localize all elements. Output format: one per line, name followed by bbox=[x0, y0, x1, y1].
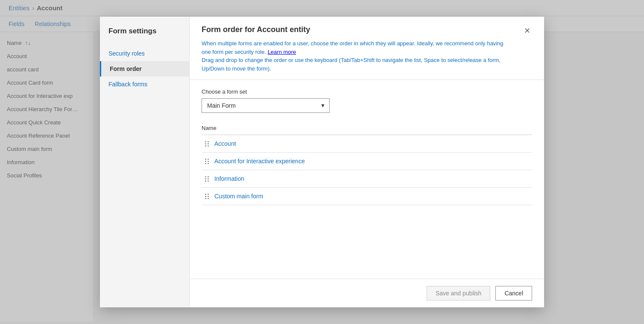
modal-description: When multiple forms are enabled for a us… bbox=[202, 39, 509, 73]
form-set-dropdown[interactable]: Main Form bbox=[202, 98, 330, 113]
form-item-information: Information bbox=[214, 175, 244, 182]
list-item[interactable]: Information bbox=[202, 170, 532, 188]
form-list-header: Name bbox=[202, 121, 532, 135]
learn-more-link[interactable]: Learn more bbox=[268, 49, 296, 55]
nav-security-roles[interactable]: Security roles bbox=[100, 46, 189, 61]
list-item[interactable]: Account for Interactive experience bbox=[202, 153, 532, 170]
desc-text-1: When multiple forms are enabled for a us… bbox=[202, 40, 503, 55]
desc-text-2: Drag and drop to change the order or use… bbox=[202, 57, 446, 63]
nav-form-order[interactable]: Form order bbox=[100, 61, 189, 77]
form-item-account: Account bbox=[214, 140, 236, 147]
choose-form-set-label: Choose a form set bbox=[202, 88, 532, 95]
modal-body: Choose a form set Main Form ▼ Name bbox=[190, 80, 544, 279]
nav-fallback-forms[interactable]: Fallback forms bbox=[100, 77, 189, 92]
modal-overlay: Form settings Security roles Form order … bbox=[0, 0, 644, 324]
modal-footer: Save and publish Cancel bbox=[190, 279, 544, 307]
form-set-dropdown-container: Main Form ▼ bbox=[202, 98, 330, 113]
list-item[interactable]: Account bbox=[202, 135, 532, 153]
list-item[interactable]: Custom main form bbox=[202, 188, 532, 205]
drag-handle-custom[interactable] bbox=[205, 194, 209, 199]
modal-title: Form order for Account entity bbox=[202, 25, 509, 34]
modal-header: Form order for Account entity When multi… bbox=[190, 17, 544, 80]
form-item-custom-main: Custom main form bbox=[214, 193, 263, 200]
drag-handle-account[interactable] bbox=[205, 141, 209, 147]
move-label: move the form). bbox=[232, 65, 271, 72]
save-and-publish-button[interactable]: Save and publish bbox=[427, 286, 490, 300]
modal-right-panel: Form order for Account entity When multi… bbox=[190, 17, 544, 307]
close-button[interactable]: ✕ bbox=[522, 25, 532, 36]
drag-handle-information[interactable] bbox=[205, 176, 209, 182]
form-settings-modal: Form settings Security roles Form order … bbox=[100, 17, 544, 307]
drag-handle-interactive[interactable] bbox=[205, 159, 209, 164]
modal-left-title: Form settings bbox=[100, 27, 189, 46]
form-item-interactive: Account for Interactive experience bbox=[214, 158, 305, 165]
modal-left-panel: Form settings Security roles Form order … bbox=[100, 17, 190, 307]
cancel-button[interactable]: Cancel bbox=[495, 286, 532, 300]
